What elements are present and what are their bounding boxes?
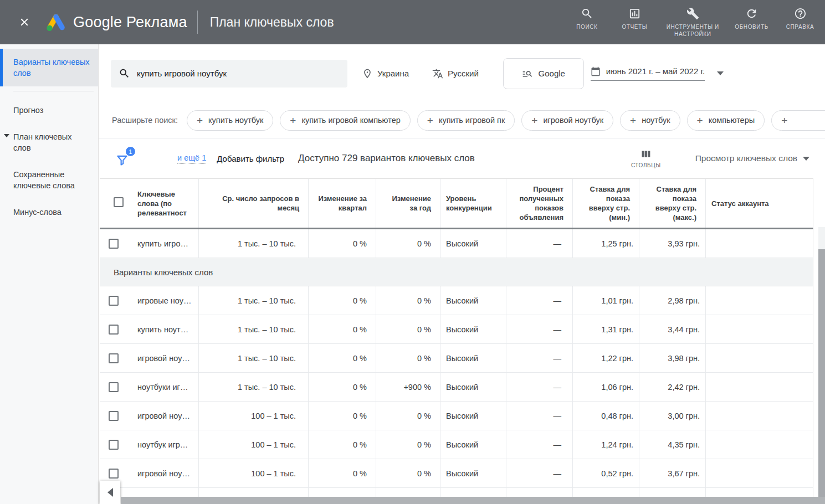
add-filter-button[interactable]: Добавить фильтр	[217, 154, 284, 163]
table-section-header: Варианты ключевых слов	[100, 258, 813, 286]
bid-low-cell: 1,01 грн.	[572, 286, 639, 315]
close-icon[interactable]	[16, 13, 33, 31]
search-action-button[interactable]: ПОИСК	[571, 7, 603, 30]
volume-cell: 1 тыс. – 10 тыс.	[198, 229, 308, 258]
competition-cell: Высокий	[440, 373, 506, 401]
col-header-year-change[interactable]: Изменение за год	[376, 179, 440, 228]
col-header-account-status[interactable]: Статус аккаунта	[705, 179, 813, 228]
sidebar-item-keyword-plan[interactable]: План ключевых слов	[0, 124, 98, 161]
sidebar-item-negative-keywords[interactable]: Минус-слова	[0, 199, 98, 225]
competition-cell: Высокий	[440, 344, 506, 372]
volume-cell: 100 – 1 тыс.	[198, 459, 308, 487]
scroll-left-button[interactable]	[100, 481, 120, 504]
row-checkbox[interactable]	[109, 382, 119, 392]
reports-action-button[interactable]: ОТЧЕТЫ	[618, 7, 650, 30]
row-checkbox[interactable]	[109, 411, 119, 421]
main-content: купить игровой ноутбук Украина Русский G…	[99, 44, 825, 504]
table-row: игровой ноу… 100 – 1 тыс. 0 % 0 % Высоки…	[100, 402, 813, 430]
date-range-selector[interactable]: июнь 2021 г. – май 2022 г.	[591, 66, 724, 81]
tools-settings-action-button[interactable]: ИНСТРУМЕНТЫ И НАСТРОЙКИ	[666, 7, 719, 38]
quarter-change-cell: 0 %	[308, 430, 376, 459]
suggestion-chip[interactable]: + купить ноутбук	[187, 110, 273, 131]
quarter-change-cell: 0 %	[308, 229, 376, 258]
col-header-impression-share[interactable]: Процент полученных показов объявления	[506, 179, 572, 228]
keyword-search-input[interactable]: купить игровой ноутбук	[111, 60, 347, 88]
quarter-change-cell: 0 %	[308, 459, 376, 487]
search-icon	[581, 7, 593, 20]
columns-button[interactable]: СТОЛБЦЫ	[631, 148, 661, 168]
refresh-icon	[745, 7, 758, 20]
row-checkbox[interactable]	[109, 469, 119, 479]
bid-low-cell: 1,25 грн.	[572, 229, 639, 258]
sidebar-item-label: Прогноз	[13, 106, 43, 115]
year-change-cell: 0 %	[376, 430, 440, 459]
account-status-cell	[705, 430, 813, 459]
competition-cell: Высокий	[440, 315, 506, 343]
year-change-cell: 0 %	[376, 229, 440, 258]
account-status-cell	[705, 229, 813, 258]
chevron-down-icon	[803, 157, 809, 161]
triangle-left-icon	[107, 488, 113, 497]
view-keywords-dropdown[interactable]: Просмотр ключевых слов	[695, 153, 809, 163]
columns-icon	[640, 148, 652, 160]
bid-low-cell: 0,52 грн.	[572, 459, 639, 487]
sidebar-item-forecast[interactable]: Прогноз	[0, 97, 98, 124]
vertical-scrollbar-thumb[interactable]	[818, 249, 825, 504]
col-header-top-bid-low[interactable]: Ставка для показа вверху стр. (мин.)	[572, 179, 639, 228]
col-header-avg-searches[interactable]: Ср. число запросов в месяц	[198, 179, 308, 228]
vertical-scrollbar[interactable]	[818, 227, 825, 497]
keyword-ideas-table: Ключевые слова (по релевантност Ср. числ…	[100, 178, 813, 497]
top-app-bar: Google Реклама План ключевых слов ПОИСК …	[0, 0, 825, 44]
year-change-cell: 0 %	[376, 344, 440, 372]
select-all-checkbox[interactable]	[114, 197, 124, 207]
date-range-value: июнь 2021 г. – май 2022 г.	[606, 66, 705, 76]
row-checkbox[interactable]	[109, 296, 119, 306]
more-filters-link[interactable]: и ещё 1	[177, 153, 206, 164]
bid-low-cell: 1,31 грн.	[572, 315, 639, 343]
year-change-cell: 0 %	[376, 315, 440, 343]
horizontal-scrollbar[interactable]	[121, 497, 825, 504]
sidebar-item-saved-keywords[interactable]: Сохраненные ключевые слова	[0, 161, 98, 199]
row-checkbox[interactable]	[109, 239, 119, 249]
network-selector[interactable]: Google	[503, 58, 584, 89]
bid-low-cell: 0,48 грн.	[572, 402, 639, 430]
plus-icon: +	[197, 115, 203, 126]
language-selector[interactable]: Русский	[432, 68, 479, 79]
volume-cell: 1 тыс. – 10 тыс.	[198, 373, 308, 401]
suggestion-chip[interactable]: + купить игровой компьютер	[280, 110, 410, 131]
wrench-icon	[686, 7, 699, 20]
help-action-button[interactable]: СПРАВКА	[784, 7, 816, 30]
location-selector[interactable]: Украина	[362, 68, 409, 79]
account-status-cell	[705, 459, 813, 487]
suggestion-chip[interactable]: + игровой ноутбук	[521, 110, 613, 131]
competition-cell: Высокий	[440, 229, 506, 258]
bid-high-cell: 2,42 грн.	[639, 373, 705, 401]
sidebar-item-label: Минус-слова	[13, 208, 62, 217]
suggestion-chip[interactable]: + ноутбук	[620, 110, 680, 131]
year-change-cell: 0 %	[376, 286, 440, 315]
col-header-quarter-change[interactable]: Изменение за квартал	[308, 179, 376, 228]
keyword-cell: ноутбуки иг…	[132, 373, 198, 401]
row-checkbox[interactable]	[109, 325, 119, 335]
row-checkbox[interactable]	[109, 440, 119, 450]
suggestion-chips: + купить ноутбук + купить игровой компью…	[187, 110, 765, 131]
row-checkbox[interactable]	[109, 353, 119, 363]
active-filters-button[interactable]: 1	[115, 149, 134, 168]
suggestion-chip[interactable]: + купить игровой пк	[417, 110, 515, 131]
network-value: Google	[539, 69, 565, 78]
filter-funnel-icon	[115, 153, 130, 168]
col-header-keywords[interactable]: Ключевые слова (по релевантност	[132, 189, 198, 218]
plus-icon: +	[531, 115, 537, 126]
col-header-top-bid-high[interactable]: Ставка для показа вверху стр. (макс.)	[639, 179, 705, 228]
bid-high-cell: 3,00 грн.	[639, 402, 705, 430]
bid-high-cell: 4,35 грн.	[639, 430, 705, 459]
bid-low-cell: 1,24 грн.	[572, 430, 639, 459]
suggestion-chip-clipped[interactable]: +	[771, 110, 825, 131]
keyword-cell: игровые ноу…	[132, 286, 198, 315]
col-header-competition[interactable]: Уровень конкуренции	[440, 179, 506, 228]
account-status-cell	[705, 344, 813, 372]
sidebar-item-keyword-ideas[interactable]: Варианты ключевых слов	[0, 49, 98, 86]
brand-text: Google Реклама	[73, 14, 187, 30]
suggestion-chip[interactable]: + компьютеры	[687, 110, 765, 131]
refresh-action-button[interactable]: ОБНОВИТЬ	[735, 7, 768, 30]
